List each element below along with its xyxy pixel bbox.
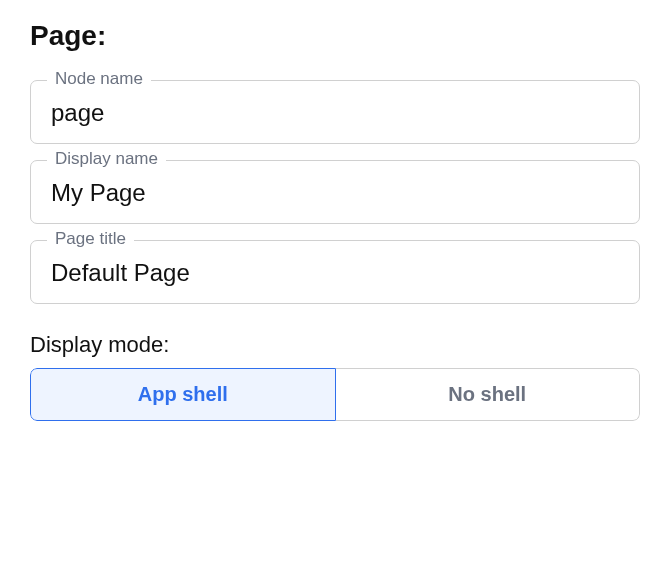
page-title-label: Page title [47,229,134,249]
node-name-label: Node name [47,69,151,89]
page-section-title: Page: [30,20,640,52]
display-name-input[interactable] [51,179,619,207]
display-name-label: Display name [47,149,166,169]
display-name-field-group: Display name [30,160,640,224]
display-mode-app-shell-button[interactable]: App shell [30,368,336,421]
display-mode-no-shell-button[interactable]: No shell [336,368,641,421]
page-title-field-group: Page title [30,240,640,304]
display-mode-label: Display mode: [30,332,640,358]
node-name-field-group: Node name [30,80,640,144]
node-name-input[interactable] [51,99,619,127]
page-title-input[interactable] [51,259,619,287]
display-mode-segmented: App shell No shell [30,368,640,421]
